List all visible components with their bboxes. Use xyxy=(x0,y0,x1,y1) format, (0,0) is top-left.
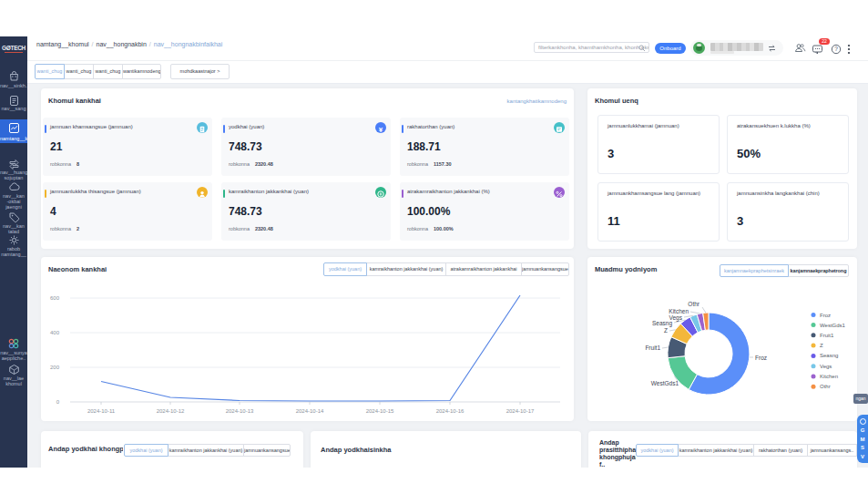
svg-text:¥: ¥ xyxy=(379,126,383,134)
svg-text:Kitchen: Kitchen xyxy=(669,308,689,314)
svg-text:Fruit1: Fruit1 xyxy=(645,345,660,351)
svg-text:2024-10-17: 2024-10-17 xyxy=(506,408,535,414)
svg-text:2024-10-12: 2024-10-12 xyxy=(157,408,185,414)
svg-text:Seasng: Seasng xyxy=(652,320,672,327)
svg-text:600: 600 xyxy=(50,295,60,301)
svg-text:Z: Z xyxy=(820,343,823,348)
svg-text:Froz: Froz xyxy=(755,355,767,361)
svg-text:2024-10-16: 2024-10-16 xyxy=(436,408,465,414)
svg-text:Seasng: Seasng xyxy=(820,353,838,358)
svg-text:Othr: Othr xyxy=(688,301,700,307)
svg-text:0: 0 xyxy=(56,399,60,405)
svg-text:Othr: Othr xyxy=(820,384,831,389)
svg-text:2024-10-11: 2024-10-11 xyxy=(87,408,116,414)
svg-text:2024-10-15: 2024-10-15 xyxy=(366,408,394,414)
svg-text:WestGds1: WestGds1 xyxy=(651,380,679,386)
svg-text:Kitchen: Kitchen xyxy=(820,374,838,379)
svg-text:200: 200 xyxy=(50,365,60,370)
svg-text:Fruit1: Fruit1 xyxy=(820,333,834,338)
svg-text:400: 400 xyxy=(50,330,60,335)
svg-text:2024-10-13: 2024-10-13 xyxy=(226,408,254,414)
svg-text:2024-10-14: 2024-10-14 xyxy=(296,408,324,414)
svg-text:Froz: Froz xyxy=(820,313,831,318)
svg-text:Vegs: Vegs xyxy=(820,364,832,369)
svg-text:WestGds1: WestGds1 xyxy=(820,323,846,328)
svg-text:Z: Z xyxy=(664,327,668,334)
